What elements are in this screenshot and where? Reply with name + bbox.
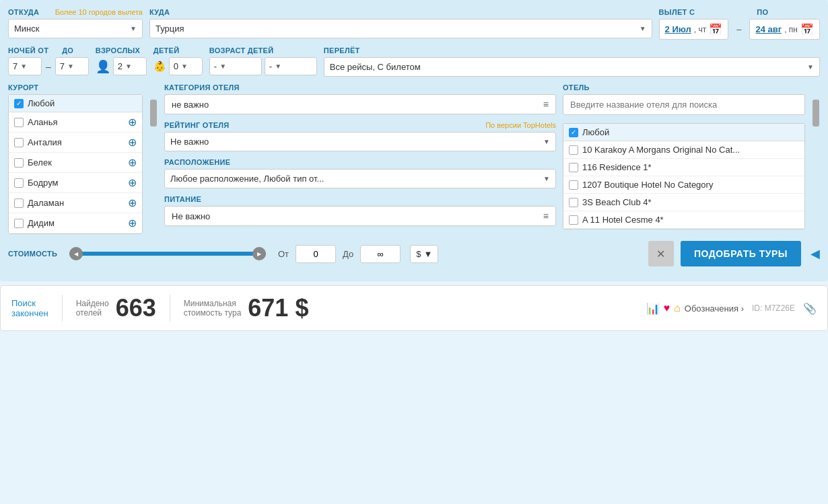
bar-chart-icon: 📊: [646, 302, 660, 315]
hotel-category-select[interactable]: не важно ≡: [164, 94, 556, 114]
hotel-scrollbar[interactable]: [812, 98, 820, 234]
food-label: ПИТАНИЕ: [164, 195, 556, 203]
date-to-day: , пн: [784, 25, 798, 34]
children-value: 0: [174, 61, 178, 71]
resort-expand-icon[interactable]: ⊕: [128, 156, 137, 169]
resort-expand-icon[interactable]: ⊕: [128, 217, 137, 229]
list-item[interactable]: 116 Residence 1*: [563, 159, 804, 176]
clear-icon: ✕: [656, 248, 665, 260]
location-label: РАСПОЛОЖЕНИЕ: [164, 158, 556, 166]
from-price-label: От: [278, 249, 289, 259]
currency-value: $: [416, 249, 421, 259]
list-item[interactable]: Дидим ⊕: [9, 213, 142, 233]
resort-expand-icon[interactable]: ⊕: [128, 196, 137, 209]
list-item[interactable]: 3S Beach Club 4*: [563, 194, 804, 211]
bottom-right: 📊 ♥ ⌂ Обозначения › ID: M7Z26E 📎: [646, 302, 817, 315]
price-to-input[interactable]: [360, 245, 401, 263]
adults-select[interactable]: 2 ▼: [113, 57, 147, 75]
to-arrow-icon: ▼: [640, 25, 646, 32]
resort-checkbox-antaliya[interactable]: [14, 138, 24, 147]
resort-checkbox-alaniya[interactable]: [14, 118, 24, 127]
date-from-field[interactable]: 2 Июл , чт 📅: [659, 19, 729, 40]
price-from-input[interactable]: [296, 245, 336, 263]
hotel-checkbox-2[interactable]: [569, 163, 578, 172]
hotel-any-item[interactable]: Любой: [563, 124, 804, 141]
calendar-to-icon[interactable]: 📅: [800, 23, 814, 36]
resort-any-item[interactable]: Любой: [9, 95, 142, 112]
nights-to-arrow: ▼: [67, 63, 74, 70]
hotel-rating-value: Не важно: [170, 137, 209, 147]
search-button[interactable]: ПОДОБРАТЬ ТУРЫ: [681, 241, 801, 266]
hotel-search-input[interactable]: [563, 94, 805, 115]
list-item[interactable]: Анталия ⊕: [9, 133, 142, 153]
list-item[interactable]: Аланья ⊕: [9, 112, 142, 133]
list-item[interactable]: Белек ⊕: [9, 153, 142, 173]
resort-scrollbar[interactable]: [149, 98, 158, 234]
food-select[interactable]: Не важно ≡: [164, 206, 556, 226]
hotel-any-checkbox[interactable]: [569, 128, 578, 137]
resort-name-antaliya: Анталия: [28, 137, 62, 147]
hotel-checkbox-1[interactable]: [569, 145, 578, 155]
hotel-rating-arrow: ▼: [543, 138, 550, 145]
slider-right-thumb[interactable]: [252, 247, 266, 260]
list-item[interactable]: 1207 Boutique Hotel No Category: [563, 176, 804, 194]
hotel-any-label: Любой: [582, 127, 609, 137]
child-age-1-select[interactable]: - ▼: [209, 57, 262, 75]
flight-value: Все рейсы, С билетом: [330, 62, 421, 72]
nights-from-value: 7: [13, 61, 18, 71]
flight-label: ПЕРЕЛЁТ: [324, 46, 820, 55]
resort-checkbox-dalaman[interactable]: [14, 199, 24, 208]
child-age-2-select[interactable]: - ▼: [265, 57, 317, 75]
list-item[interactable]: A 11 Hotel Cesme 4*: [563, 211, 804, 229]
hotel-rating-select[interactable]: Не важно ▼: [164, 132, 556, 151]
child-age-2-arrow: ▼: [275, 63, 281, 70]
location-select[interactable]: Любое расположение, Любой тип от... ▼: [164, 169, 556, 188]
slider-left-thumb[interactable]: [69, 247, 83, 260]
menu-lines-icon: ≡: [543, 99, 549, 110]
search-status: Поиск закончен: [11, 298, 48, 318]
legend-link[interactable]: Обозначения ›: [685, 303, 744, 314]
hotel-name-4: 3S Beach Club 4*: [582, 197, 652, 207]
from-select[interactable]: Минск ▼: [8, 19, 143, 38]
departure-to-label: ПО: [757, 8, 768, 16]
resort-any-checkbox[interactable]: [14, 99, 24, 108]
resort-expand-icon[interactable]: ⊕: [128, 136, 137, 149]
resort-checkbox-bodrum[interactable]: [14, 178, 24, 188]
hotel-checkbox-3[interactable]: [569, 180, 578, 190]
list-item[interactable]: Даламан ⊕: [9, 193, 142, 213]
from-arrow-icon: ▼: [130, 25, 137, 32]
date-to-field[interactable]: 24 авг , пн 📅: [749, 19, 820, 40]
divider-2: [170, 295, 170, 322]
hotel-checkbox-5[interactable]: [569, 215, 578, 225]
clear-button[interactable]: ✕: [648, 241, 674, 266]
resort-checkbox-belek[interactable]: [14, 158, 24, 168]
resort-name-bodrum: Бодрум: [28, 178, 58, 188]
tophotels-link[interactable]: По версии TopHotels: [485, 121, 556, 129]
to-value: Турция: [156, 24, 184, 34]
price-slider[interactable]: [69, 252, 266, 256]
more-cities-link[interactable]: Более 10 городов вылета: [55, 8, 143, 16]
children-select[interactable]: 0 ▼: [169, 57, 203, 75]
nights-dash: –: [46, 61, 51, 72]
calendar-from-icon[interactable]: 📅: [709, 23, 722, 36]
food-menu-lines-icon: ≡: [543, 211, 549, 221]
search-button-label: ПОДОБРАТЬ ТУРЫ: [694, 248, 788, 259]
hotel-label: ОТЕЛЬ: [563, 83, 805, 92]
hotel-checkbox-4[interactable]: [569, 198, 578, 207]
to-select[interactable]: Турция ▼: [149, 19, 652, 38]
list-item[interactable]: Бодрум ⊕: [9, 173, 142, 193]
legend-section[interactable]: 📊 ♥ ⌂ Обозначения ›: [646, 302, 744, 315]
currency-select[interactable]: $ ▼: [410, 245, 438, 263]
adult-person-icon: 👤: [96, 59, 110, 74]
nights-to-select[interactable]: 7 ▼: [55, 57, 89, 75]
list-item[interactable]: 10 Karakoy A Morgans Original No Cat...: [563, 141, 804, 159]
resort-checkbox-didim[interactable]: [14, 219, 24, 228]
resort-expand-icon[interactable]: ⊕: [128, 116, 137, 129]
resort-expand-icon[interactable]: ⊕: [128, 176, 137, 189]
nights-from-select[interactable]: 7 ▼: [8, 57, 42, 75]
flight-select[interactable]: Все рейсы, С билетом ▼: [324, 57, 820, 77]
hotel-category-value: не важно: [172, 100, 209, 110]
child-person-icon: 👶: [153, 61, 166, 73]
food-value: Не важно: [172, 211, 210, 221]
child-age-1-arrow: ▼: [219, 63, 226, 70]
